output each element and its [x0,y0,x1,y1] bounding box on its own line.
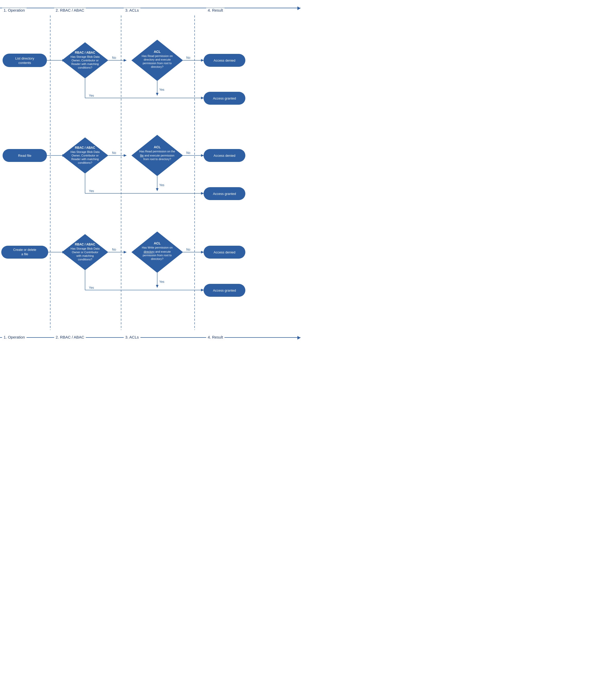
rbac3-line4: conditions? [78,258,92,261]
header-col4-top: 4. Result [206,8,225,12]
rbac3-line3: with matching [76,254,94,257]
rbac3-yes-label: Yes [89,286,94,290]
diagram-container: 1. Operation 2. RBAC / ABAC 3. ACLs 4. R… [0,0,300,350]
acl1-line1: Has Read permission on [142,54,173,57]
rbac2-no-label: No [112,151,116,155]
denied1-text: Access denied [214,58,236,62]
op1-pill [3,54,47,67]
acl2-line3: from root to directory? [143,157,171,160]
acl1-no-label: No [186,56,190,59]
rbac2-line1: Has Storage Blob Data [71,150,100,153]
footer-row: 1. Operation 2. RBAC / ABAC 3. ACLs 4. R… [0,330,300,344]
acl1-line2: directory and execute [143,58,171,61]
op3-pill [1,246,48,258]
rbac3-line2: Owner or Contributor [72,251,99,254]
op2-text: Read file [18,154,31,157]
header-col2-top: 2. RBAC / ABAC [54,8,86,12]
acl1-line4: directory? [151,65,163,68]
granted2-text: Access granted [213,192,236,196]
header-arrow-top [0,8,300,8]
granted3-text: Access granted [213,289,236,292]
rbac2-title: RBAC / ABAC [75,146,95,150]
rbac2-line2: Owner, Contributor or [71,154,99,157]
footer-col4: 4. Result [206,335,225,339]
footer-col2: 2. RBAC / ABAC [54,335,86,339]
denied3-text: Access denied [214,250,236,254]
acl3-no-label: No [186,248,190,251]
acl1-yes-label: Yes [159,88,164,92]
acl1-line3: permission from root to [143,61,172,65]
acl3-title: ACL [154,241,161,245]
rbac2-yes-label: Yes [89,189,94,193]
acl3-line2: directory and execute [143,250,171,253]
footer-col3: 3. ACLs [124,335,140,339]
footer-col1: 1. Operation [2,335,27,339]
rbac1-title: RBAC / ABAC [75,51,95,54]
footer-arrow [0,337,300,338]
op1-text-line1: List directory [15,56,34,60]
rbac3-line1: Has Storage Blob Data [71,247,100,250]
granted1-text: Access granted [213,96,236,100]
rbac1-no-label: No [112,56,116,59]
acl3-line3: permission from root to [143,254,172,257]
rbac3-no-label: No [112,248,116,251]
rbac1-line1: Has Storage Blob Data [71,55,100,58]
flowchart-svg: List directory contents RBAC / ABAC Has … [0,16,300,330]
acl2-title: ACL [154,145,161,149]
acl3-line1: Has Write permission on [142,246,173,249]
op3-text-line1: Create or delete [13,248,36,252]
rbac1-line4: conditions? [78,66,92,69]
acl2-no-label: No [186,151,190,155]
acl2-line2: file and execute permission [140,154,174,157]
rbac1-line2: Owner, Contributor or [71,59,99,62]
op3-text-line2: a file [21,252,28,256]
rbac1-yes-label: Yes [89,94,94,97]
acl3-line4: directory? [151,257,163,260]
rbac3-title: RBAC / ABAC [75,243,95,246]
acl3-yes-label: Yes [159,280,164,283]
rbac2-line3: Reader with matching [71,157,99,160]
rbac2-line4: conditions? [78,161,92,164]
acl1-title: ACL [154,50,161,54]
acl2-yes-label: Yes [159,183,164,187]
acl2-line1: Has Read permission on the [139,150,175,153]
header-row-top: 1. Operation 2. RBAC / ABAC 3. ACLs 4. R… [0,0,300,16]
op1-text-line2: contents [18,61,31,65]
header-col3-top: 3. ACLs [124,8,140,12]
rbac1-line3: Reader with matching [71,62,99,66]
denied2-text: Access denied [214,154,236,157]
header-col1-top: 1. Operation [2,8,27,12]
